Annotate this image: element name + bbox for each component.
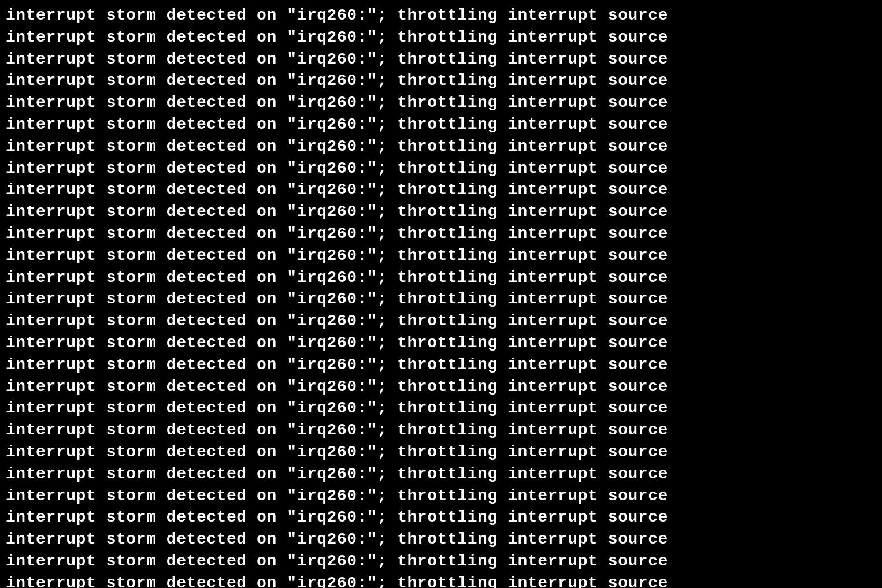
- log-line: interrupt storm detected on "irq260:"; t…: [6, 354, 876, 376]
- log-line: interrupt storm detected on "irq260:"; t…: [6, 136, 876, 158]
- log-line: interrupt storm detected on "irq260:"; t…: [6, 419, 876, 441]
- log-line: interrupt storm detected on "irq260:"; t…: [6, 5, 876, 27]
- log-line: interrupt storm detected on "irq260:"; t…: [6, 507, 876, 529]
- log-line: interrupt storm detected on "irq260:"; t…: [6, 485, 876, 507]
- log-line: interrupt storm detected on "irq260:"; t…: [6, 70, 876, 92]
- log-line: interrupt storm detected on "irq260:"; t…: [6, 463, 876, 485]
- log-line: interrupt storm detected on "irq260:"; t…: [6, 179, 876, 201]
- log-line: interrupt storm detected on "irq260:"; t…: [6, 114, 876, 136]
- log-line: interrupt storm detected on "irq260:"; t…: [6, 267, 876, 289]
- log-line: interrupt storm detected on "irq260:"; t…: [6, 550, 876, 572]
- log-line: interrupt storm detected on "irq260:"; t…: [6, 245, 876, 267]
- log-line: interrupt storm detected on "irq260:"; t…: [6, 441, 876, 463]
- log-line: interrupt storm detected on "irq260:"; t…: [6, 572, 876, 588]
- log-line: interrupt storm detected on "irq260:"; t…: [6, 49, 876, 70]
- log-output: interrupt storm detected on "irq260:"; t…: [6, 5, 876, 588]
- log-line: interrupt storm detected on "irq260:"; t…: [6, 201, 876, 223]
- log-line: interrupt storm detected on "irq260:"; t…: [6, 397, 876, 419]
- log-line: interrupt storm detected on "irq260:"; t…: [6, 223, 876, 245]
- log-line: interrupt storm detected on "irq260:"; t…: [6, 529, 876, 550]
- log-line: interrupt storm detected on "irq260:"; t…: [6, 92, 876, 114]
- log-line: interrupt storm detected on "irq260:"; t…: [6, 158, 876, 180]
- log-line: interrupt storm detected on "irq260:"; t…: [6, 310, 876, 332]
- log-line: interrupt storm detected on "irq260:"; t…: [6, 376, 876, 398]
- log-line: interrupt storm detected on "irq260:"; t…: [6, 288, 876, 310]
- terminal-window: interrupt storm detected on "irq260:"; t…: [0, 0, 882, 588]
- log-line: interrupt storm detected on "irq260:"; t…: [6, 27, 876, 49]
- log-line: interrupt storm detected on "irq260:"; t…: [6, 332, 876, 354]
